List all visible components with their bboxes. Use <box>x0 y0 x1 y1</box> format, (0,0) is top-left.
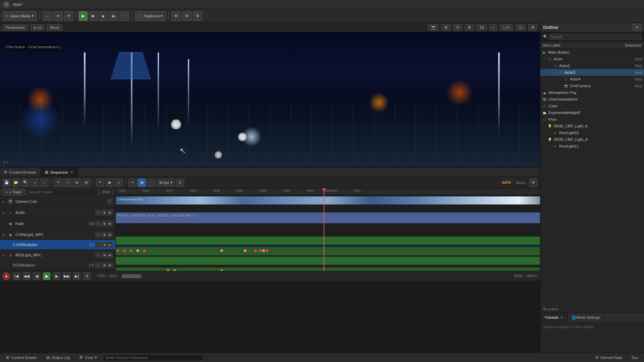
red-mult-key2-btn[interactable]: ▶ <box>107 262 113 268</box>
seq-view-btn[interactable]: 👁 <box>73 179 81 187</box>
outliner-item-actor2[interactable]: ⬡ Actor2 Seq1 <box>540 62 644 69</box>
fade-add-btn[interactable]: + <box>95 221 101 226</box>
seq-tool2[interactable]: ⊹ <box>63 179 71 187</box>
keyframe-11[interactable] <box>266 249 268 252</box>
seq-diamond2-btn[interactable]: ◇ <box>115 179 123 187</box>
seq-select-btn[interactable]: ▣ <box>138 179 146 187</box>
go-start-button[interactable]: |◀ <box>13 273 20 280</box>
seq-browse-btn[interactable]: 🔍 <box>21 179 30 187</box>
keyframe-3[interactable] <box>130 249 132 252</box>
tab-close-icon[interactable]: ✕ <box>70 170 73 175</box>
output-log-tab[interactable]: ▤ Output Log <box>43 353 73 362</box>
seq-more-btn[interactable]: ⋯ <box>147 179 155 187</box>
toolbar-more[interactable]: ⋯ <box>119 11 129 21</box>
cyan-key1-btn[interactable]: ◀ <box>101 232 107 237</box>
track-search-input[interactable] <box>26 188 98 196</box>
track-cyan-mpc-row[interactable]: ▾ ◈ CYANLight_MPC + ◀ ▶ <box>0 229 115 240</box>
sou-tab[interactable]: Sou <box>628 353 641 362</box>
keyframe-8[interactable] <box>254 249 257 252</box>
keyframe-9[interactable] <box>259 249 262 252</box>
step-back-button[interactable]: ◀◀ <box>23 273 30 280</box>
outliner-item-kb3d-1[interactable]: 💡 KB3D_CBP_Light_A <box>540 123 644 129</box>
seq-fps-selector[interactable]: 30 fps ▾ <box>157 179 175 187</box>
seq-open-btn[interactable]: 📂 <box>12 179 20 187</box>
track-add-icon[interactable]: + <box>107 199 113 204</box>
tab-content-browser[interactable]: ⊞ Content Browser <box>0 168 41 177</box>
details-close-btn[interactable]: ✕ <box>560 315 563 320</box>
audio-add-btn[interactable]: + <box>95 210 101 215</box>
red-kf-3[interactable] <box>220 269 223 271</box>
outliner-item-main[interactable]: ▶ Main (Editor) <box>540 49 644 56</box>
red-key2-btn[interactable]: ▶ <box>107 252 113 258</box>
keyframe-7[interactable] <box>244 249 247 252</box>
viewport-num3[interactable]: 10 <box>516 24 526 31</box>
viewport-snap-btn[interactable]: ⊡ <box>453 24 462 31</box>
viewport-grid-btn[interactable]: ⊞ <box>441 24 450 31</box>
details-tab-world[interactable]: 🌐 World Settings <box>568 313 604 322</box>
play-button[interactable]: ▶ <box>79 11 88 21</box>
content-drawer-tab[interactable]: ⊞ Content Drawer <box>3 353 40 362</box>
outliner-close-btn[interactable]: ✕ <box>633 24 641 31</box>
derived-data-tab[interactable]: ⊟ Derived Data <box>592 353 625 362</box>
keyframe-5[interactable] <box>143 249 146 252</box>
play-pause-button[interactable]: ▶ <box>43 273 50 280</box>
viewport-scene[interactable]: ↖ [ Pilot Active - CineCameraActor1 ] ⊕ … <box>0 32 540 167</box>
seq-tool1[interactable]: ✎ <box>54 179 62 187</box>
keyframe-2[interactable] <box>123 249 126 252</box>
keyframe-4[interactable] <box>137 249 139 252</box>
seq-record-btn[interactable]: ⊡ <box>176 179 184 187</box>
viewport-show-btn[interactable]: Show <box>47 24 62 31</box>
keyframe-6[interactable] <box>220 249 223 252</box>
seq-filter-btn[interactable]: ⊞ <box>82 179 90 187</box>
sequencer-timeline[interactable]: 0210 0240 0270 0300 0330 0360 0390 0420 … <box>116 188 540 271</box>
outliner-item-cinecamactor[interactable]: 📷 CineCameraActor <box>540 96 644 103</box>
cyan-mult-add-btn[interactable]: + <box>95 242 101 247</box>
viewport-num1[interactable]: 10 <box>477 24 487 31</box>
viewport-time[interactable]: 0.25 <box>499 24 513 31</box>
viewport-fov-btn[interactable]: ⊕ <box>465 24 474 31</box>
track-camera-cuts-row[interactable]: ▸ 🎬 Camera Cuts + <box>0 196 115 207</box>
red-key1-btn[interactable]: ◀ <box>101 252 107 258</box>
seq-snap-btn[interactable]: ⌂ <box>40 179 48 187</box>
cyan-mult-key2-btn[interactable]: ▶ <box>107 242 113 247</box>
outliner-item-expheight[interactable]: ⛅ ExponentialHeightF <box>540 109 644 116</box>
viewport-num2[interactable]: • <box>489 24 497 31</box>
fade-key2-btn[interactable]: ▶ <box>107 221 113 226</box>
red-mult-add-btn[interactable]: + <box>95 262 101 268</box>
expand-icon[interactable]: ▸ <box>3 200 7 203</box>
timeline-playhead[interactable] <box>324 188 324 271</box>
track-cyan-multiplier[interactable]: CYANMultiplier 1.0 + ◀ ▶ <box>0 240 115 249</box>
track-audio-row[interactable]: ▸ ♪ Audio + ◀ ▶ <box>0 207 115 218</box>
cyan-expand-icon[interactable]: ▾ <box>3 233 7 237</box>
outliner-item-floor[interactable]: ⬡ Floor <box>540 116 644 123</box>
seq-save-btn[interactable]: 💾 <box>3 179 11 187</box>
seq-settings-btn[interactable]: ⚙ <box>529 179 537 187</box>
keyframe-1[interactable] <box>116 249 119 252</box>
toolbar-settings2[interactable]: ⚙ <box>182 11 192 21</box>
console-command-input[interactable] <box>103 354 204 361</box>
track-fade-row[interactable]: ◈ Fade 0.0 + ◀ ▶ <box>0 218 115 229</box>
audio-key1-btn[interactable]: ◀ <box>101 210 107 215</box>
add-track-button[interactable]: + + Track <box>3 188 24 196</box>
red-expand-icon[interactable]: ▾ <box>3 253 7 257</box>
track-camera-cuts-add-btn[interactable]: + <box>107 199 113 204</box>
outliner-item-cinecam[interactable]: 📷 CineCamera Seq1 <box>540 82 644 89</box>
prev-key-button[interactable]: ◀ <box>33 273 40 280</box>
toolbar-eject[interactable]: ⏏ <box>109 11 118 21</box>
red-kf-2[interactable] <box>173 269 176 271</box>
toolbar-stop[interactable]: ■ <box>99 11 107 21</box>
cyan-mult-key1-btn[interactable]: ◀ <box>101 242 107 247</box>
toolbar-transform1[interactable]: ↔ <box>43 11 52 21</box>
toolbar-platforms[interactable]: ⬛ Platforms ▾ <box>135 11 166 21</box>
viewport-cam-btn[interactable]: 📷 <box>428 24 439 31</box>
track-red-multiplier[interactable]: REDMultiplier 0.0 + ◀ ▶ <box>0 260 115 270</box>
cmd-tab[interactable]: ⌘ Cmd ▾ <box>76 353 100 362</box>
next-key-button[interactable]: ▶ <box>53 273 60 280</box>
outliner-item-actor3[interactable]: ⬡ Actor3 Seq1 <box>540 69 644 76</box>
toolbar-settings3[interactable]: ⚙ <box>193 11 202 21</box>
seq-create-btn[interactable]: + <box>31 179 39 187</box>
tab-sequencer[interactable]: ▤ Sequencer ✕ <box>41 168 78 177</box>
cyan-add-btn[interactable]: + <box>95 232 101 237</box>
outliner-item-cube[interactable]: ⬡ Cube <box>540 103 644 109</box>
go-end-button[interactable]: ▶| <box>73 273 80 280</box>
